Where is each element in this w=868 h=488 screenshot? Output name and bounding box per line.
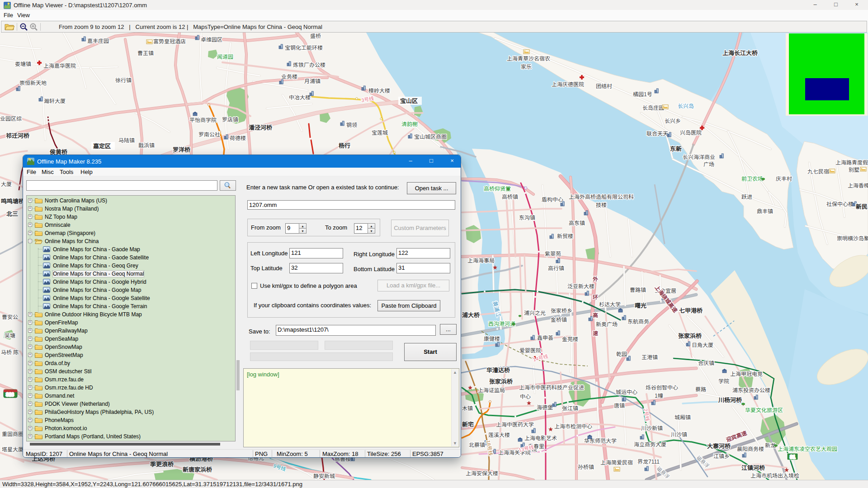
svg-text:速: 速 bbox=[593, 329, 598, 337]
svg-text:S1: S1 bbox=[790, 453, 796, 460]
svg-text:杉达大学: 杉达大学 bbox=[599, 300, 621, 308]
svg-text:鸣鸣塘桥: 鸣鸣塘桥 bbox=[1, 197, 25, 205]
svg-text:罗南公社: 罗南公社 bbox=[198, 130, 220, 138]
svg-text:炼铁厂办公楼: 炼铁厂办公楼 bbox=[293, 61, 326, 68]
svg-text:季更浪桥: 季更浪桥 bbox=[150, 460, 174, 468]
svg-text:中心: 中心 bbox=[520, 392, 531, 400]
svg-text:业园区综: 业园区综 bbox=[0, 114, 22, 122]
svg-text:静安新城: 静安新城 bbox=[313, 472, 335, 479]
svg-text:张家浜桥: 张家浜桥 bbox=[678, 331, 702, 340]
svg-text:新龙: 新龙 bbox=[765, 441, 776, 449]
svg-text:上海浦东凌空农艺大观园: 上海浦东凌空农艺大观园 bbox=[778, 445, 837, 452]
svg-text:日角大厦: 日角大厦 bbox=[692, 341, 713, 348]
svg-text:吴塘: 吴塘 bbox=[5, 331, 15, 339]
svg-text:技楼: 技楼 bbox=[596, 201, 607, 208]
svg-text:平怡商学院: 平怡商学院 bbox=[189, 116, 217, 123]
svg-text:宝山城区商圈: 宝山城区商圈 bbox=[414, 132, 447, 140]
svg-text:曹路镇: 曹路镇 bbox=[630, 286, 646, 293]
svg-text:新奥广场: 新奥广场 bbox=[596, 320, 618, 328]
svg-text:川杨河桥: 川杨河桥 bbox=[718, 395, 742, 404]
svg-text:杨行: 杨行 bbox=[339, 141, 350, 150]
svg-text:1幢: 1幢 bbox=[655, 391, 663, 399]
svg-text:高桥镇: 高桥镇 bbox=[502, 192, 518, 200]
svg-text:马桥 陈: 马桥 陈 bbox=[1, 348, 19, 356]
svg-text:潘泾河桥: 潘泾河桥 bbox=[249, 123, 273, 131]
svg-text:曙光: 曙光 bbox=[635, 301, 646, 310]
svg-text:大厦: 大厦 bbox=[1, 180, 12, 188]
svg-text:北蔡镇: 北蔡镇 bbox=[469, 441, 485, 448]
svg-text:戬浜镇: 戬浜镇 bbox=[138, 141, 155, 149]
svg-text:城运中心: 城运中心 bbox=[616, 388, 637, 395]
svg-text:新唐家浜桥: 新唐家浜桥 bbox=[183, 465, 212, 474]
svg-text:上海嘉华医院: 上海嘉华医院 bbox=[43, 61, 76, 69]
svg-text:广场: 广场 bbox=[703, 160, 714, 168]
svg-text:上海长江大桥: 上海长江大桥 bbox=[722, 48, 758, 57]
svg-text:上海甲冠电竞: 上海甲冠电竞 bbox=[730, 370, 763, 377]
svg-text:跃进: 跃进 bbox=[741, 192, 752, 200]
svg-text:曹安公: 曹安公 bbox=[2, 313, 18, 320]
svg-text:社保中心楼: 社保中心楼 bbox=[826, 200, 854, 207]
svg-text:张家桥乡: 张家桥乡 bbox=[551, 306, 572, 314]
svg-text:高东镇: 高东镇 bbox=[569, 219, 585, 226]
svg-text:新宅: 新宅 bbox=[462, 420, 474, 428]
svg-text:别墅: 别墅 bbox=[849, 165, 859, 173]
svg-text:上海香樟: 上海香樟 bbox=[848, 181, 868, 189]
svg-text:富势皇冠酒店: 富势皇冠酒店 bbox=[153, 37, 186, 45]
svg-text:七甲港桥: 七甲港桥 bbox=[679, 306, 703, 314]
svg-text:罗洋桥: 罗洋桥 bbox=[173, 145, 191, 154]
svg-text:曹王镇: 曹王镇 bbox=[137, 49, 154, 56]
svg-text:盛桥: 盛桥 bbox=[310, 33, 321, 39]
svg-text:上海安保大楼: 上海安保大楼 bbox=[466, 469, 498, 477]
svg-text:上海外高桥造船有限公司科: 上海外高桥造船有限公司科 bbox=[569, 192, 634, 200]
svg-text:康健楼: 康健楼 bbox=[484, 334, 500, 342]
svg-text:鼎丰镇: 鼎丰镇 bbox=[757, 207, 773, 215]
svg-text:月浦镇: 月浦镇 bbox=[304, 77, 321, 84]
svg-text:崇明横沙岛聚: 崇明横沙岛聚 bbox=[837, 234, 868, 242]
svg-text:蔡路: 蔡路 bbox=[695, 385, 706, 393]
svg-text:外: 外 bbox=[592, 275, 598, 282]
svg-text:业务楼: 业务楼 bbox=[281, 72, 297, 80]
svg-text:上海市中医药科技产业促进: 上海市中医药科技产业促进 bbox=[519, 383, 584, 391]
svg-text:泛亚新大楼: 泛亚新大楼 bbox=[567, 282, 594, 290]
svg-text:城厢镇: 城厢镇 bbox=[675, 413, 691, 421]
svg-text:海立商务大厦: 海立商务大厦 bbox=[634, 440, 666, 448]
svg-text:东沟镇: 东沟镇 bbox=[519, 213, 535, 221]
svg-text:罗店镇: 罗店镇 bbox=[222, 115, 238, 123]
svg-text:长兴岛: 长兴岛 bbox=[678, 102, 694, 109]
svg-text:长兴乡: 长兴乡 bbox=[665, 117, 681, 124]
svg-text:川沙镇: 川沙镇 bbox=[671, 430, 687, 438]
svg-text:江镇河桥: 江镇河桥 bbox=[741, 463, 765, 472]
svg-text:S26: S26 bbox=[6, 391, 14, 398]
svg-text:上海证监局: 上海证监局 bbox=[478, 386, 505, 394]
svg-text:重固商圈: 重固商圈 bbox=[2, 430, 24, 437]
svg-text:嘉定区: 嘉定区 bbox=[93, 141, 111, 150]
svg-text:盾构中心: 盾构中心 bbox=[542, 195, 563, 203]
svg-text:莲溪大楼: 莲溪大楼 bbox=[488, 431, 510, 438]
svg-text:马陆镇: 马陆镇 bbox=[118, 136, 135, 144]
svg-text:联合天天: 联合天天 bbox=[646, 129, 668, 137]
svg-text:宝莲城: 宝莲城 bbox=[372, 128, 388, 136]
svg-text:浦兴之光: 浦兴之光 bbox=[524, 309, 546, 316]
svg-text:合庆镇: 合庆镇 bbox=[698, 359, 714, 366]
svg-text:九七民宿: 九七民宿 bbox=[807, 167, 829, 175]
svg-text:川沙新镇: 川沙新镇 bbox=[641, 424, 663, 432]
svg-text:张江镇: 张江镇 bbox=[562, 404, 578, 412]
svg-text:上海青草沙名宿农: 上海青草沙名宿农 bbox=[507, 54, 550, 62]
svg-text:家乐: 家乐 bbox=[521, 62, 532, 70]
svg-text:浦东投资办公楼: 浦东投资办公楼 bbox=[732, 386, 770, 394]
svg-text:鑫申荟: 鑫申荟 bbox=[537, 333, 553, 341]
svg-text:上海市机场出入境检: 上海市机场出入境检 bbox=[750, 471, 799, 479]
svg-text:长岛庄园: 长岛庄园 bbox=[642, 103, 664, 111]
svg-text:徐行镇: 徐行镇 bbox=[115, 76, 132, 84]
svg-text:樟岭大楼: 樟岭大楼 bbox=[368, 86, 390, 94]
svg-text:江镇乡: 江镇乡 bbox=[713, 452, 730, 460]
svg-text:上海电影艺术: 上海电影艺术 bbox=[524, 434, 557, 441]
svg-text:塔星大厦: 塔星大厦 bbox=[2, 445, 24, 453]
svg-text:爱婴医院: 爱婴医院 bbox=[519, 346, 541, 354]
svg-text:祁迁河桥: 祁迁河桥 bbox=[6, 131, 30, 140]
svg-text:孙桥镇: 孙桥镇 bbox=[578, 463, 594, 470]
svg-text:烁谷创智中心: 烁谷创智中心 bbox=[646, 383, 678, 391]
svg-text:王港镇: 王港镇 bbox=[642, 353, 658, 361]
svg-text:荷德楼: 荷德楼 bbox=[230, 134, 246, 141]
svg-text:钢领: 钢领 bbox=[346, 121, 357, 128]
